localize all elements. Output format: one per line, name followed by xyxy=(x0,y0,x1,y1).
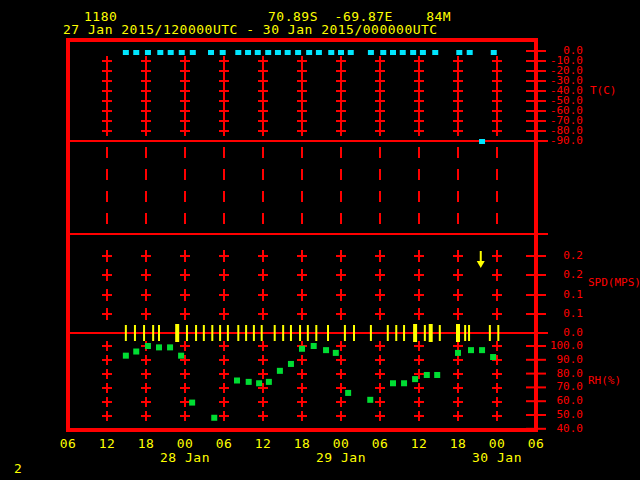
plot-canvas xyxy=(0,0,640,480)
rh-tick-label: 100.0 xyxy=(550,340,583,351)
rh-tick-label: 60.0 xyxy=(557,395,584,406)
spd-tick-label: 0.1 xyxy=(563,308,583,319)
hour-tick-label: 06 xyxy=(60,437,77,450)
rh-tick-label: 50.0 xyxy=(557,409,584,420)
spd-axis-title: SPD(MPS) xyxy=(588,277,640,288)
hour-tick-label: 18 xyxy=(138,437,155,450)
rh-tick-label: 80.0 xyxy=(557,368,584,379)
temp-axis-title: T(C) xyxy=(590,85,617,96)
date-label: 29 Jan xyxy=(316,451,366,464)
hour-tick-label: 00 xyxy=(177,437,194,450)
spd-tick-label: 0.2 xyxy=(563,269,583,280)
hour-tick-label: 00 xyxy=(489,437,506,450)
rh-tick-label: 70.0 xyxy=(557,381,584,392)
hour-tick-label: 18 xyxy=(450,437,467,450)
rh-tick-label: 90.0 xyxy=(557,354,584,365)
page-number: 2 xyxy=(14,462,22,475)
hour-tick-label: 18 xyxy=(294,437,311,450)
rh-axis-title: RH(%) xyxy=(588,375,621,386)
date-label: 30 Jan xyxy=(472,451,522,464)
rh-tick-label: 40.0 xyxy=(557,423,584,434)
hour-tick-label: 06 xyxy=(372,437,389,450)
hour-tick-label: 06 xyxy=(528,437,545,450)
spd-tick-label: 0.1 xyxy=(563,289,583,300)
meteogram-screen: 1180 70.89S -69.87E 84M 27 Jan 2015/1200… xyxy=(0,0,640,480)
spd-tick-label: 0.2 xyxy=(563,250,583,261)
spd-tick-label: 0.0 xyxy=(563,327,583,338)
hour-tick-label: 12 xyxy=(255,437,272,450)
date-label: 28 Jan xyxy=(160,451,210,464)
hour-tick-label: 06 xyxy=(216,437,233,450)
temp-tick-label: -90.0 xyxy=(550,135,583,146)
hour-tick-label: 12 xyxy=(99,437,116,450)
hour-tick-label: 00 xyxy=(333,437,350,450)
hour-tick-label: 12 xyxy=(411,437,428,450)
